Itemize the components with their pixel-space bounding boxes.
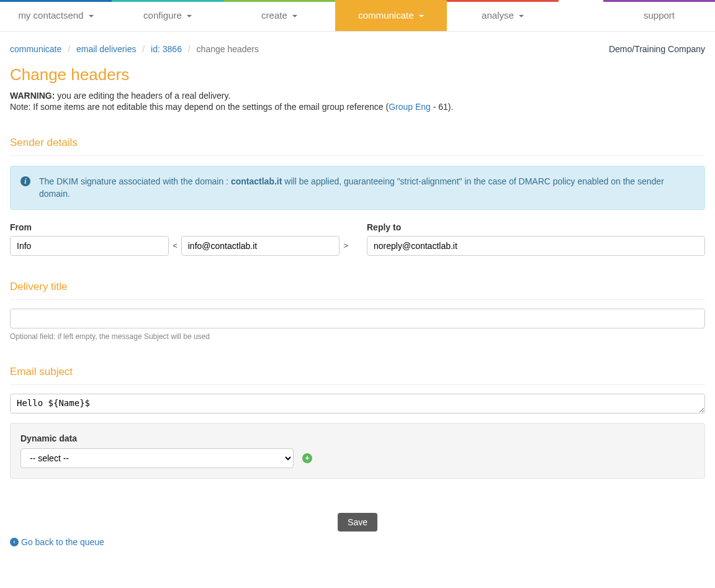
angle-left-icon: < xyxy=(173,241,178,250)
delivery-title-help: Optional field: if left empty, the messa… xyxy=(10,332,705,341)
delivery-title-input[interactable] xyxy=(10,309,705,328)
nav-my-contactsend[interactable]: my contactsend xyxy=(0,0,112,31)
nav-label: communicate xyxy=(358,10,413,20)
crumb-email-deliveries[interactable]: email deliveries xyxy=(76,44,136,54)
nav-label: my contactsend xyxy=(18,10,83,20)
chevron-down-icon xyxy=(89,15,94,17)
crumb-sep: / xyxy=(138,44,148,54)
chevron-down-icon xyxy=(292,15,297,17)
crumb-sep: / xyxy=(64,44,74,54)
nav-configure[interactable]: configure xyxy=(112,0,223,31)
crumb-sep: / xyxy=(184,44,194,54)
company-name: Demo/Training Company xyxy=(609,44,705,54)
reply-to-label: Reply to xyxy=(367,222,705,232)
main-navbar: my contactsend configure create communic… xyxy=(0,0,715,32)
add-icon[interactable]: + xyxy=(302,453,312,463)
chevron-left-icon: ‹ xyxy=(10,538,19,546)
dkim-text: The DKIM signature associated with the d… xyxy=(39,175,695,201)
crumb-communicate[interactable]: communicate xyxy=(10,44,61,54)
from-name-input[interactable] xyxy=(10,236,169,256)
section-delivery-title: Delivery title xyxy=(10,281,705,300)
breadcrumb: communicate / email deliveries / id: 386… xyxy=(10,44,259,54)
warning-text: you are editing the headers of a real de… xyxy=(57,91,230,101)
from-address-input[interactable] xyxy=(181,236,340,256)
nav-label: analyse xyxy=(482,10,514,20)
dynamic-data-label: Dynamic data xyxy=(20,433,695,443)
dkim-alert: i The DKIM signature associated with the… xyxy=(10,166,705,210)
chevron-down-icon xyxy=(519,15,524,17)
nav-label: create xyxy=(261,10,287,20)
page-title: Change headers xyxy=(10,65,705,84)
email-subject-input[interactable] xyxy=(10,394,705,414)
dynamic-data-panel: Dynamic data -- select -- + xyxy=(10,423,705,479)
go-back-label: Go back to the queue xyxy=(21,537,104,547)
nav-analyse[interactable]: analyse xyxy=(447,0,559,31)
breadcrumb-row: communicate / email deliveries / id: 386… xyxy=(0,32,715,60)
warning-line: WARNING: you are editing the headers of … xyxy=(10,91,705,101)
nav-label: configure xyxy=(143,10,182,20)
crumb-current: change headers xyxy=(197,44,259,54)
info-icon: i xyxy=(20,176,30,186)
crumb-id[interactable]: id: 3866 xyxy=(151,44,182,54)
go-back-link[interactable]: ‹ Go back to the queue xyxy=(10,537,104,547)
from-label: From xyxy=(10,222,348,232)
chevron-down-icon xyxy=(187,15,192,17)
nav-create[interactable]: create xyxy=(223,0,335,31)
nav-label: support xyxy=(644,10,675,20)
nav-communicate[interactable]: communicate xyxy=(335,0,447,31)
dynamic-data-select[interactable]: -- select -- xyxy=(20,448,294,468)
warning-label: WARNING: xyxy=(10,91,55,101)
chevron-down-icon xyxy=(419,15,424,17)
save-button[interactable]: Save xyxy=(338,513,377,531)
section-sender-details: Sender details xyxy=(10,137,705,156)
section-email-subject: Email subject xyxy=(10,366,705,385)
note-line: Note: If some items are not editable thi… xyxy=(10,102,705,112)
nav-support[interactable]: support xyxy=(603,0,715,31)
angle-right-icon: > xyxy=(343,241,348,250)
group-link[interactable]: Group Eng xyxy=(389,102,431,112)
reply-to-input[interactable] xyxy=(367,236,705,256)
